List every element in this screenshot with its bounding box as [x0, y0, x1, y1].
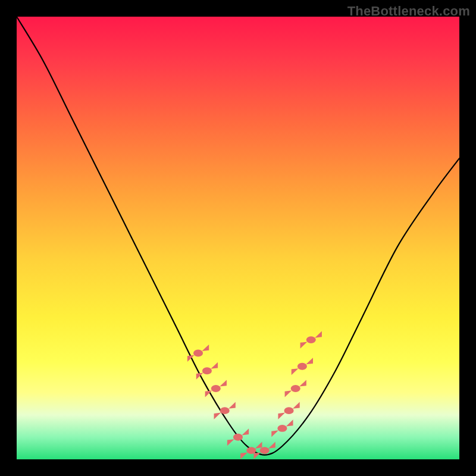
marker-point: [285, 380, 306, 397]
marker-point: [187, 345, 209, 362]
marker-point: [278, 402, 299, 419]
marker-point: [227, 428, 249, 446]
marker-point: [271, 419, 293, 437]
bottleneck-curve-line: [17, 17, 459, 455]
marker-point: [300, 331, 322, 349]
watermark-text: TheBottleneck.com: [347, 4, 470, 19]
marker-point: [292, 358, 313, 375]
chart-svg: [17, 17, 459, 459]
highlight-markers: [187, 331, 322, 459]
marker-point: [253, 442, 275, 459]
marker-point: [205, 380, 227, 397]
chart-plot-area: [17, 17, 459, 459]
marker-point: [240, 442, 262, 459]
marker-point: [196, 362, 218, 380]
